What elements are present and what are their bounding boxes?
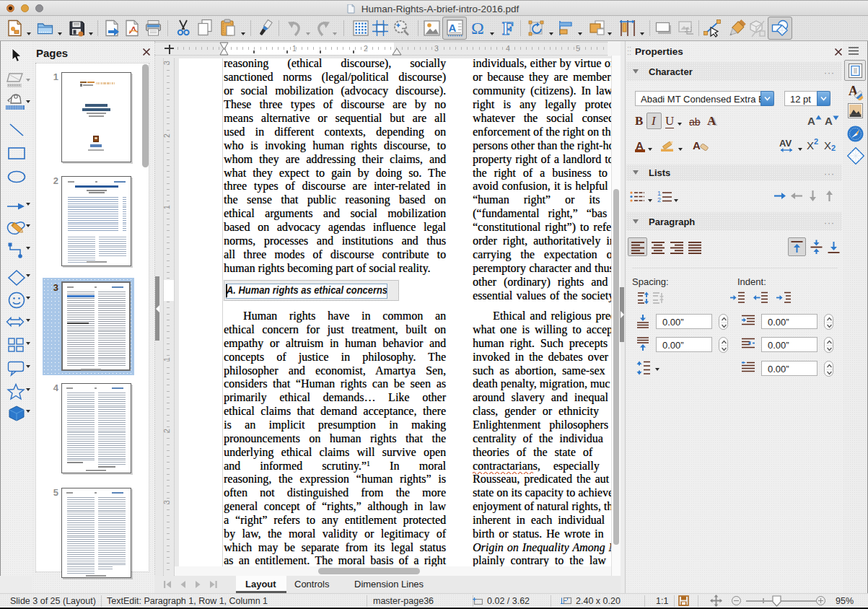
svg-text:Ω: Ω [471, 19, 484, 38]
svg-text:2: 2 [657, 196, 661, 203]
svg-text:A: A [449, 22, 457, 34]
svg-text:F: F [502, 19, 514, 38]
